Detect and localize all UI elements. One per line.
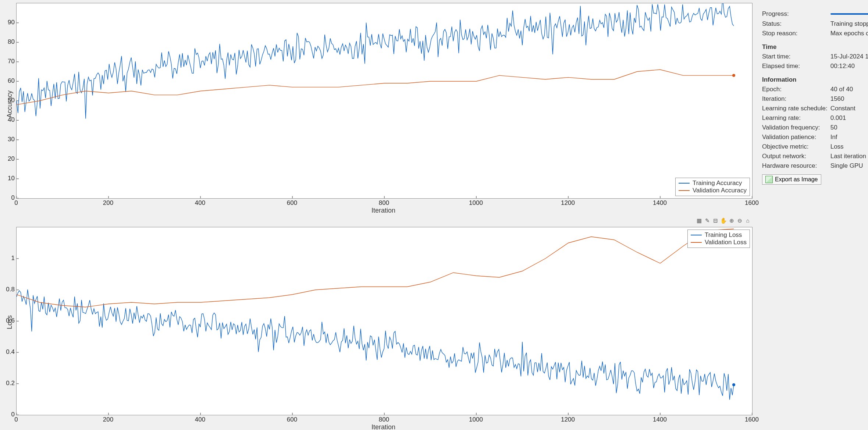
training-progress-window: Training Accuracy Validation Accuracy 01… bbox=[0, 0, 868, 430]
xtick-label: 1200 bbox=[561, 416, 575, 423]
validation-freq-label: Validation frequency: bbox=[762, 123, 830, 132]
learning-rate-label: Learning rate: bbox=[762, 113, 830, 123]
progress-bar bbox=[830, 13, 868, 15]
xtick-label: 0 bbox=[9, 416, 24, 423]
legend-label: Training Accuracy bbox=[693, 180, 742, 187]
accuracy-plot-area[interactable]: Training Accuracy Validation Accuracy bbox=[16, 3, 753, 199]
loss-ylabel: Loss bbox=[6, 315, 14, 329]
xtick-label: 800 bbox=[377, 416, 391, 423]
accuracy-chart[interactable]: Training Accuracy Validation Accuracy 01… bbox=[0, 0, 758, 215]
start-time-label: Start time: bbox=[762, 52, 830, 61]
info-table: Progress: Status: Training stopped Stop … bbox=[762, 9, 868, 171]
hardware-label: Hardware resource: bbox=[762, 161, 830, 171]
learning-rate-value: 0.001 bbox=[830, 113, 868, 123]
xtick-label: 200 bbox=[101, 199, 115, 207]
hardware-value: Single GPU bbox=[830, 161, 868, 171]
progress-row: Progress: bbox=[762, 9, 868, 19]
accuracy-xlabel: Iteration bbox=[371, 207, 395, 214]
xtick-label: 1400 bbox=[652, 416, 667, 423]
legend-label: Validation Loss bbox=[705, 239, 747, 246]
lr-schedule-value: Constant bbox=[830, 104, 868, 113]
svg-point-35 bbox=[732, 383, 735, 386]
lr-schedule-label: Learning rate schedule: bbox=[762, 104, 830, 113]
info-sidebar: Progress: Status: Training stopped Stop … bbox=[758, 0, 868, 430]
stop-reason-value: Max epochs completed bbox=[830, 29, 868, 38]
accuracy-ylabel: Accuracy bbox=[6, 90, 14, 118]
start-time-value: 15-Jul-2024 10:57:14 bbox=[830, 52, 868, 61]
elapsed-time-label: Elapsed time: bbox=[762, 61, 830, 71]
zoom-out-icon[interactable]: ⊖ bbox=[736, 217, 743, 224]
epoch-value: 40 of 40 bbox=[830, 85, 868, 94]
export-image-icon bbox=[765, 176, 773, 183]
pan-icon[interactable]: ✋ bbox=[720, 217, 727, 224]
legend-item-validation-loss: Validation Loss bbox=[691, 239, 747, 246]
progress-label: Progress: bbox=[762, 9, 830, 19]
xtick-label: 600 bbox=[285, 199, 299, 207]
svg-point-19 bbox=[732, 74, 735, 77]
loss-legend[interactable]: Training Loss Validation Loss bbox=[687, 230, 750, 248]
charts-column: Training Accuracy Validation Accuracy 01… bbox=[0, 0, 758, 430]
axes-toolbar: ▦ ✎ ⊟ ✋ ⊕ ⊖ ⌂ bbox=[696, 217, 751, 224]
loss-plot-area[interactable]: ▦ ✎ ⊟ ✋ ⊕ ⊖ ⌂ Training Loss Validation bbox=[16, 227, 753, 415]
export-button-label: Export as Image bbox=[775, 176, 818, 183]
objective-metric-value: Loss bbox=[830, 142, 868, 152]
xtick-label: 1600 bbox=[744, 199, 759, 207]
xtick-label: 0 bbox=[9, 199, 24, 207]
validation-patience-label: Validation patience: bbox=[762, 132, 830, 142]
xtick-label: 800 bbox=[377, 199, 391, 207]
status-value: Training stopped bbox=[830, 19, 868, 29]
xtick-label: 1000 bbox=[469, 416, 483, 423]
ytick-label: 0.2 bbox=[1, 380, 15, 387]
edit-icon[interactable]: ✎ bbox=[704, 217, 711, 224]
ytick-label: 70 bbox=[1, 58, 15, 65]
xtick-label: 1400 bbox=[652, 199, 667, 207]
ytick-label: 20 bbox=[1, 155, 15, 163]
ytick-label: 30 bbox=[1, 136, 15, 143]
ytick-label: 80 bbox=[1, 38, 15, 46]
validation-patience-value: Inf bbox=[830, 132, 868, 142]
xtick-label: 200 bbox=[101, 416, 115, 423]
loss-xlabel: Iteration bbox=[371, 423, 395, 430]
ytick-label: 60 bbox=[1, 77, 15, 85]
xtick-label: 1200 bbox=[561, 199, 575, 207]
legend-label: Validation Accuracy bbox=[693, 187, 747, 194]
status-label: Status: bbox=[762, 19, 830, 29]
line-swatch-icon bbox=[679, 190, 690, 191]
epoch-label: Epoch: bbox=[762, 85, 830, 94]
output-network-value: Last iteration bbox=[830, 152, 868, 161]
output-network-label: Output network: bbox=[762, 152, 830, 161]
line-swatch-icon bbox=[691, 242, 702, 243]
legend-label: Training Loss bbox=[705, 231, 742, 239]
ytick-label: 0.8 bbox=[1, 286, 15, 293]
xtick-label: 400 bbox=[193, 416, 207, 423]
xtick-label: 400 bbox=[193, 199, 207, 207]
iteration-label: Iteration: bbox=[762, 94, 830, 104]
legend-item-training-accuracy: Training Accuracy bbox=[679, 180, 747, 187]
information-header: Information bbox=[762, 71, 868, 85]
legend-item-training-loss: Training Loss bbox=[691, 231, 747, 239]
loss-chart[interactable]: ▦ ✎ ⊟ ✋ ⊕ ⊖ ⌂ Training Loss Validation bbox=[0, 215, 758, 430]
legend-item-validation-accuracy: Validation Accuracy bbox=[679, 187, 747, 194]
export-as-image-button[interactable]: Export as Image bbox=[762, 174, 821, 185]
objective-metric-label: Objective metric: bbox=[762, 142, 830, 152]
xtick-label: 1000 bbox=[469, 199, 483, 207]
ytick-label: 10 bbox=[1, 175, 15, 182]
ytick-label: 0.4 bbox=[1, 348, 15, 356]
time-header: Time bbox=[762, 38, 868, 52]
stop-reason-label: Stop reason: bbox=[762, 29, 830, 38]
data-cursor-icon[interactable]: ⊟ bbox=[712, 217, 719, 224]
xtick-label: 600 bbox=[285, 416, 299, 423]
accuracy-legend[interactable]: Training Accuracy Validation Accuracy bbox=[675, 178, 750, 196]
validation-freq-value: 50 bbox=[830, 123, 868, 132]
brush-icon[interactable]: ▦ bbox=[696, 217, 703, 224]
ytick-label: 1 bbox=[1, 255, 15, 262]
home-icon[interactable]: ⌂ bbox=[744, 217, 751, 224]
xtick-label: 1600 bbox=[744, 416, 759, 423]
line-swatch-icon bbox=[691, 235, 702, 235]
iteration-value: 1560 bbox=[830, 94, 868, 104]
zoom-in-icon[interactable]: ⊕ bbox=[728, 217, 735, 224]
elapsed-time-value: 00:12:40 bbox=[830, 61, 868, 71]
ytick-label: 90 bbox=[1, 19, 15, 26]
line-swatch-icon bbox=[679, 183, 690, 184]
